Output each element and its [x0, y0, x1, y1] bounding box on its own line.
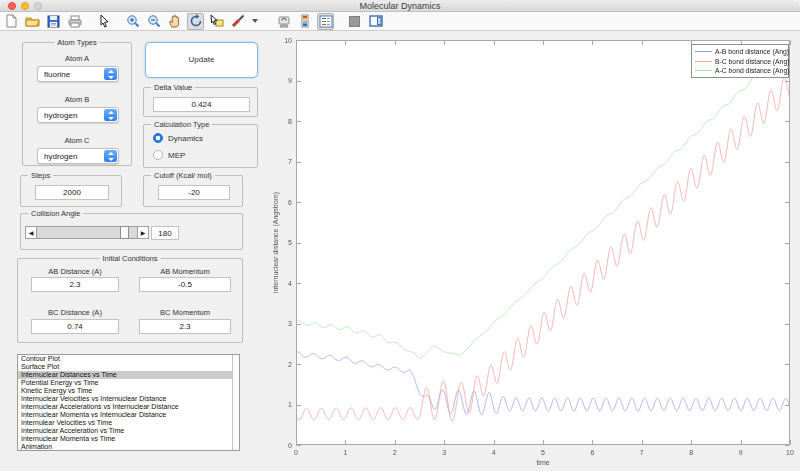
window-title: Molecular Dynamics: [0, 0, 800, 12]
delta-value-group-title: Delta Value: [151, 83, 195, 92]
atom-types-group: Atom Types Atom A fluorine Atom B hydrog…: [22, 42, 132, 166]
show-plot-tools-dock-icon[interactable]: [367, 13, 384, 30]
atom-a-dropdown[interactable]: fluorine: [37, 66, 119, 82]
list-item[interactable]: Kinetic Energy vs Time: [18, 387, 239, 395]
steps-group-title: Steps: [28, 171, 53, 180]
slider-thumb[interactable]: [120, 226, 129, 239]
list-item[interactable]: Internuclear Accelerations vs Internucle…: [18, 403, 239, 411]
cutoff-group: Cutoff (Kcal/ mol) -20: [143, 175, 243, 207]
atom-b-stepper-icon: [104, 109, 117, 121]
title-bar: Molecular Dynamics: [0, 0, 800, 12]
atom-c-label: Atom C: [23, 136, 131, 145]
initial-conditions-group-title: Initial Conditions: [99, 254, 160, 263]
atom-c-dropdown[interactable]: hydrogen: [37, 148, 119, 164]
legend-entry: A-B bond distance (Ang): [694, 47, 786, 57]
ab-momentum-label: AB Momentum: [139, 267, 231, 276]
atom-types-group-title: Atom Types: [54, 38, 99, 47]
initial-conditions-group: Initial Conditions AB Distance (A) AB Mo…: [17, 258, 243, 343]
steps-group: Steps 2000: [20, 175, 122, 207]
list-item[interactable]: Internulear Velocities vs Time: [18, 419, 239, 427]
cutoff-field[interactable]: -20: [158, 185, 230, 200]
atom-a-label: Atom A: [23, 54, 131, 63]
legend-entry: B-C bond distance (Ang): [694, 57, 786, 67]
calculation-type-group: Calculation Type Dynamics MEP: [143, 124, 258, 168]
brush-icon[interactable]: [229, 13, 246, 30]
steps-field[interactable]: 2000: [35, 185, 109, 200]
plot-legend[interactable]: A-B bond distance (Ang) B-C bond distanc…: [691, 44, 789, 78]
atom-a-stepper-icon: [104, 68, 117, 80]
bc-momentum-label: BC Momentum: [139, 308, 231, 317]
legend-entry: A-C bond distance (Ang): [694, 66, 786, 76]
ab-momentum-field[interactable]: -0.5: [139, 277, 231, 292]
zoom-in-icon[interactable]: [124, 13, 141, 30]
ab-distance-label: AB Distance (A): [31, 267, 119, 276]
figure-toolbar: [0, 12, 800, 31]
dynamics-radio-label: Dynamics: [168, 134, 203, 143]
list-item[interactable]: Internuclear Acceleration vs Time: [18, 427, 239, 435]
atom-b-value: hydrogen: [38, 111, 104, 120]
slider-left-arrow-icon[interactable]: ◀: [25, 226, 37, 239]
mep-radio-icon: [153, 150, 163, 160]
list-item[interactable]: Internuclear Velocities vs Internuclear …: [18, 395, 239, 403]
list-item-selected[interactable]: Internuclear Distances vs Time: [18, 371, 239, 379]
list-item[interactable]: Internuclear Momenta vs Internuclear Dis…: [18, 411, 239, 419]
mep-radio-label: MEP: [168, 151, 185, 160]
cutoff-group-title: Cutoff (Kcal/ mol): [151, 171, 215, 180]
listbox-scrollbar[interactable]: [232, 355, 239, 450]
save-icon[interactable]: [45, 13, 62, 30]
insert-colorbar-icon[interactable]: [296, 13, 313, 30]
app-window: Molecular Dynamics: [0, 0, 800, 471]
zoom-out-icon[interactable]: [145, 13, 162, 30]
pan-tool-icon[interactable]: [166, 13, 183, 30]
delta-value-field[interactable]: 0.424: [153, 97, 250, 112]
rotate-3d-icon[interactable]: [187, 13, 204, 30]
bc-distance-label: BC Distance (A): [31, 308, 119, 317]
atom-c-value: hydrogen: [38, 152, 104, 161]
calculation-type-group-title: Calculation Type: [151, 120, 212, 129]
collision-angle-value-field[interactable]: 180: [151, 226, 179, 240]
delta-value-group: Delta Value 0.424: [143, 87, 258, 117]
brush-dropdown-icon[interactable]: [246, 13, 263, 30]
atom-b-label: Atom B: [23, 95, 131, 104]
pointer-tool-icon[interactable]: [95, 13, 112, 30]
mep-radio[interactable]: MEP: [153, 150, 185, 160]
update-button[interactable]: Update: [145, 42, 258, 78]
bc-distance-field[interactable]: 0.74: [31, 319, 119, 334]
atom-c-stepper-icon: [104, 150, 117, 162]
dynamics-radio-icon: [153, 133, 163, 143]
list-item[interactable]: Surface Plot: [18, 363, 239, 371]
collision-angle-slider[interactable]: ◀ ▶: [25, 226, 149, 239]
collision-angle-group: Collision Angle ◀ ▶ 180: [20, 213, 243, 250]
atom-b-dropdown[interactable]: hydrogen: [37, 107, 119, 123]
ab-line-swatch-icon: [695, 51, 712, 52]
collision-angle-group-title: Collision Angle: [28, 209, 83, 218]
atom-a-value: fluorine: [38, 70, 104, 79]
new-file-icon[interactable]: [3, 13, 20, 30]
bc-momentum-field[interactable]: 2.3: [139, 319, 231, 334]
insert-legend-icon[interactable]: [317, 13, 334, 30]
list-item[interactable]: Potential Energy vs Time: [18, 379, 239, 387]
print-icon[interactable]: [66, 13, 83, 30]
list-item[interactable]: Animation: [18, 443, 239, 451]
bc-line-swatch-icon: [695, 61, 712, 62]
dynamics-radio[interactable]: Dynamics: [153, 133, 203, 143]
open-file-icon[interactable]: [24, 13, 41, 30]
ac-line-swatch-icon: [695, 70, 712, 71]
data-cursor-icon[interactable]: [208, 13, 225, 30]
md-plot-canvas[interactable]: [268, 30, 796, 468]
link-plots-icon[interactable]: [275, 13, 292, 30]
hide-plot-tools-icon[interactable]: [346, 13, 363, 30]
plot-type-listbox[interactable]: Contour Plot Surface Plot Internuclear D…: [17, 354, 240, 451]
ab-distance-field[interactable]: 2.3: [31, 277, 119, 292]
list-item[interactable]: Contour Plot: [18, 355, 239, 363]
slider-right-arrow-icon[interactable]: ▶: [137, 226, 149, 239]
list-item[interactable]: Internuclear Momenta vs Time: [18, 435, 239, 443]
